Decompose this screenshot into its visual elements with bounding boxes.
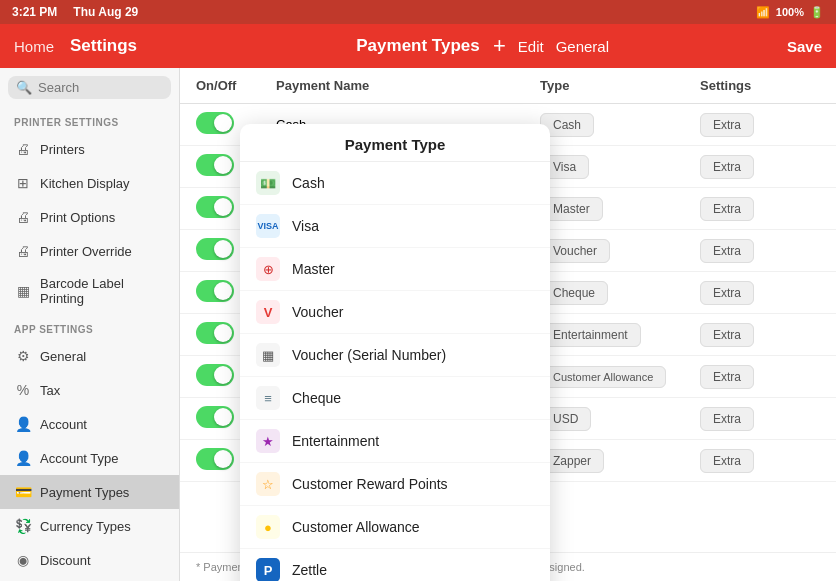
toggle-entertainment[interactable] <box>196 322 234 344</box>
account-type-icon: 👤 <box>14 449 32 467</box>
voucher-serial-dropdown-icon: ▦ <box>256 343 280 367</box>
dropdown-label-voucher-serial: Voucher (Serial Number) <box>292 347 446 363</box>
sidebar-label-barcode: Barcode Label Printing <box>40 276 165 306</box>
sidebar: 🔍 PRINTER SETTINGS 🖨 Printers ⊞ Kitchen … <box>0 68 180 581</box>
account-icon: 👤 <box>14 415 32 433</box>
extra-customer-allowance[interactable]: Extra <box>700 365 754 389</box>
search-box[interactable]: 🔍 <box>8 76 171 99</box>
sidebar-label-account-type: Account Type <box>40 451 119 466</box>
top-bar: Home Settings + Edit General Payment Typ… <box>0 24 836 68</box>
dropdown-item-voucher-serial[interactable]: ▦ Voucher (Serial Number) <box>240 334 550 377</box>
dropdown-item-reward-points[interactable]: ☆ Customer Reward Points <box>240 463 550 506</box>
sidebar-item-barcode-label-printing[interactable]: ▦ Barcode Label Printing <box>0 268 179 314</box>
extra-entertainment[interactable]: Extra <box>700 323 754 347</box>
voucher-dropdown-icon: V <box>256 300 280 324</box>
barcode-icon: ▦ <box>14 282 32 300</box>
table-header: On/Off Payment Name Type Settings <box>180 68 836 104</box>
sidebar-item-printers[interactable]: 🖨 Printers <box>0 132 179 166</box>
sidebar-label-general: General <box>40 349 86 364</box>
toggle-voucher[interactable] <box>196 238 234 260</box>
save-button[interactable]: Save <box>787 38 822 55</box>
dropdown-item-master[interactable]: ⊕ Master <box>240 248 550 291</box>
dropdown-label-visa: Visa <box>292 218 319 234</box>
sidebar-item-currency-types[interactable]: 💱 Currency Types <box>0 509 179 543</box>
printer-icon: 🖨 <box>14 140 32 158</box>
col-payment-name: Payment Name <box>276 78 540 93</box>
type-entertainment[interactable]: Entertainment <box>540 323 641 347</box>
sidebar-label-printers: Printers <box>40 142 85 157</box>
printer-override-icon: 🖨 <box>14 242 32 260</box>
sidebar-item-general[interactable]: ⚙ General <box>0 339 179 373</box>
dropdown-label-cheque: Cheque <box>292 390 341 406</box>
dropdown-label-master: Master <box>292 261 335 277</box>
zettle-dropdown-icon: P <box>256 558 280 581</box>
add-button[interactable]: + <box>493 33 506 59</box>
sidebar-label-discount: Discount <box>40 553 91 568</box>
extra-visa[interactable]: Extra <box>700 155 754 179</box>
sidebar-item-discount[interactable]: ◉ Discount <box>0 543 179 577</box>
sidebar-item-kitchen-display[interactable]: ⊞ Kitchen Display <box>0 166 179 200</box>
sidebar-item-print-options[interactable]: 🖨 Print Options <box>0 200 179 234</box>
cheque-dropdown-icon: ≡ <box>256 386 280 410</box>
home-button[interactable]: Home <box>14 38 54 55</box>
sidebar-item-account-type[interactable]: 👤 Account Type <box>0 441 179 475</box>
sidebar-item-account[interactable]: 👤 Account <box>0 407 179 441</box>
dropdown-item-customer-allowance[interactable]: ● Customer Allowance <box>240 506 550 549</box>
dropdown-item-visa[interactable]: VISA Visa <box>240 205 550 248</box>
dropdown-title: Payment Type <box>240 124 550 162</box>
dropdown-item-zettle[interactable]: P Zettle <box>240 549 550 581</box>
toggle-customer-allowance[interactable] <box>196 364 234 386</box>
type-customer-allowance[interactable]: Customer Allowance <box>540 366 666 388</box>
dropdown-item-cheque[interactable]: ≡ Cheque <box>240 377 550 420</box>
dropdown-item-cash[interactable]: 💵 Cash <box>240 162 550 205</box>
printer-settings-header: PRINTER SETTINGS <box>0 107 179 132</box>
toggle-visa[interactable] <box>196 154 234 176</box>
search-input[interactable] <box>38 80 163 95</box>
extra-voucher[interactable]: Extra <box>700 239 754 263</box>
extra-cash[interactable]: Extra <box>700 113 754 137</box>
toggle-zapper[interactable] <box>196 448 234 470</box>
dropdown-label-zettle: Zettle <box>292 562 327 578</box>
dropdown-item-voucher[interactable]: V Voucher <box>240 291 550 334</box>
page-title: Payment Types <box>356 36 479 56</box>
toggle-cash[interactable] <box>196 112 234 134</box>
sidebar-item-void-reason[interactable]: ✕ Void Reason <box>0 577 179 581</box>
extra-usd[interactable]: Extra <box>700 407 754 431</box>
time: 3:21 PM <box>12 5 57 19</box>
col-settings: Settings <box>700 78 820 93</box>
cash-dropdown-icon: 💵 <box>256 171 280 195</box>
reward-points-dropdown-icon: ☆ <box>256 472 280 496</box>
extra-master[interactable]: Extra <box>700 197 754 221</box>
search-icon: 🔍 <box>16 80 32 95</box>
date: Thu Aug 29 <box>73 5 138 19</box>
sidebar-label-currency-types: Currency Types <box>40 519 131 534</box>
type-voucher[interactable]: Voucher <box>540 239 610 263</box>
toggle-cheque[interactable] <box>196 280 234 302</box>
type-cheque[interactable]: Cheque <box>540 281 608 305</box>
general-button[interactable]: General <box>556 38 609 55</box>
extra-zapper[interactable]: Extra <box>700 449 754 473</box>
edit-button[interactable]: Edit <box>518 38 544 55</box>
sidebar-label-tax: Tax <box>40 383 60 398</box>
entertainment-dropdown-icon: ★ <box>256 429 280 453</box>
sidebar-item-payment-types[interactable]: 💳 Payment Types <box>0 475 179 509</box>
wifi-icon: 📶 <box>756 6 770 19</box>
toggle-usd[interactable] <box>196 406 234 428</box>
top-bar-actions: + Edit General <box>493 33 609 59</box>
dropdown-label-voucher: Voucher <box>292 304 343 320</box>
status-bar: 3:21 PM Thu Aug 29 📶 100% 🔋 <box>0 0 836 24</box>
col-onoff: On/Off <box>196 78 276 93</box>
dropdown-label-customer-allowance: Customer Allowance <box>292 519 420 535</box>
sidebar-item-printer-override[interactable]: 🖨 Printer Override <box>0 234 179 268</box>
battery-icon: 🔋 <box>810 6 824 19</box>
payment-type-dropdown: Payment Type 💵 Cash VISA Visa ⊕ Master V… <box>240 124 550 581</box>
extra-cheque[interactable]: Extra <box>700 281 754 305</box>
tax-icon: % <box>14 381 32 399</box>
sidebar-label-kitchen-display: Kitchen Display <box>40 176 130 191</box>
master-dropdown-icon: ⊕ <box>256 257 280 281</box>
sidebar-item-tax[interactable]: % Tax <box>0 373 179 407</box>
currency-types-icon: 💱 <box>14 517 32 535</box>
dropdown-item-entertainment[interactable]: ★ Entertainment <box>240 420 550 463</box>
toggle-master[interactable] <box>196 196 234 218</box>
print-options-icon: 🖨 <box>14 208 32 226</box>
